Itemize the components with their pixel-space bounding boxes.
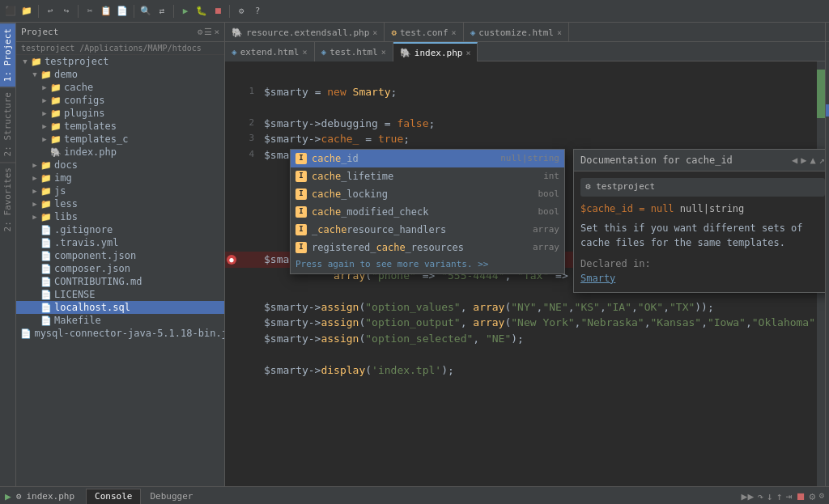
doc-class-link[interactable]: Smarty	[580, 273, 615, 284]
toolbar-help[interactable]: ?	[250, 4, 265, 19]
tree-item-cache[interactable]: ▶ 📁 cache	[16, 81, 224, 94]
panel-layout-icon[interactable]: ☰	[204, 27, 212, 37]
tree-item-mysql-connector[interactable]: ▶ 📄 mysql-connector-java-5.1.18-bin.jar	[16, 327, 224, 340]
panel-gear-icon[interactable]: ⚙	[198, 27, 203, 37]
sidebar-tab-project[interactable]: 1: Project	[0, 23, 15, 87]
tree-item-makefile[interactable]: ▶ 📄 Makefile	[16, 314, 224, 327]
doc-nav-up[interactable]: ▲	[810, 153, 816, 167]
db-item-alter-routine[interactable]: ≡ Alter_routine_priv: en	[826, 262, 829, 274]
debug-tab-debugger[interactable]: Debugger	[141, 489, 202, 504]
tab-testconf-close[interactable]: ×	[452, 28, 457, 37]
toolbar-undo[interactable]: ↩	[43, 4, 57, 19]
tab-extend[interactable]: ◈ extend.html ×	[225, 42, 315, 61]
tree-item-travis[interactable]: ▶ 📄 .travis.yml	[16, 236, 224, 249]
tab-extend-close[interactable]: ×	[302, 48, 307, 57]
tree-item-templates-c[interactable]: ▶ 📁 templates_c	[16, 133, 224, 146]
tab-resource[interactable]: 🐘 resource.extendsall.php ×	[225, 23, 385, 42]
tree-item-license[interactable]: ▶ 📄 LICENSE	[16, 288, 224, 301]
db-item-event-priv[interactable]: ≡ Event_priv: enum('n','	[826, 286, 829, 299]
tab-customize[interactable]: ◈ customize.html ×	[464, 23, 569, 42]
debug-step-out-icon[interactable]: ↑	[776, 490, 783, 502]
debug-stop-icon[interactable]: ⏹	[796, 490, 806, 502]
toolbar-icon-1[interactable]: ⬛	[3, 4, 18, 19]
tab-testhtml-close[interactable]: ×	[381, 48, 386, 57]
tab-index-php[interactable]: 🐘 index.php ×	[393, 42, 478, 61]
db-item-show-view[interactable]: ≡ Show_view_priv: enum(	[826, 238, 829, 250]
debug-tab-console[interactable]: Console	[86, 489, 141, 504]
toolbar-debug[interactable]: 🐛	[194, 4, 209, 19]
db-item-index-priv[interactable]: ≡ Index_priv: enum('n',y	[826, 201, 829, 214]
db-item-host[interactable]: ≡ Host: varchar(60)	[826, 68, 829, 80]
tree-item-contributing[interactable]: ▶ 📄 CONTRIBUTING.md	[16, 275, 224, 288]
tree-item-localhost-sql[interactable]: ▶ 📄 localhost.sql	[16, 301, 224, 314]
debug-settings-icon[interactable]: ⚙	[810, 490, 816, 502]
db-item-delete-priv[interactable]: ≡ Delete_priv: enum('n','	[826, 141, 829, 153]
panel-close-icon[interactable]: ×	[214, 27, 219, 37]
tree-item-templates[interactable]: ▶ 📁 templates	[16, 120, 224, 133]
toolbar-replace[interactable]: ⇄	[155, 4, 169, 19]
db-item-create-routine[interactable]: ≡ Create_routine_priv: e	[826, 250, 829, 262]
toolbar-search[interactable]: 🔍	[138, 4, 153, 19]
db-item-create-tmp[interactable]: ≡ Create_tmp_table_priv:	[826, 226, 829, 238]
db-item-create-priv[interactable]: ≡ Create_priv: enum('n','	[826, 153, 829, 165]
db-item-drop-priv[interactable]: ≡ Drop_priv: enum('n','y	[826, 165, 829, 177]
scrollbar-thumb[interactable]	[817, 70, 825, 118]
toolbar-copy[interactable]: 📋	[99, 4, 113, 19]
debug-resume-icon[interactable]: ▶▶	[742, 490, 755, 502]
debug-settings2-icon[interactable]: ⚙	[818, 490, 824, 502]
db-item-insert-priv[interactable]: ≡ Insert_priv: enum('n','	[826, 116, 829, 129]
debug-play-icon[interactable]: ▶	[5, 490, 11, 502]
db-item-user[interactable]: ≡ User: varchar(16)	[826, 92, 829, 104]
toolbar-settings[interactable]: ⚙	[234, 4, 249, 19]
toolbar-redo[interactable]: ↪	[59, 4, 74, 19]
tree-item-component-json[interactable]: ▶ 📄 component.json	[16, 249, 224, 262]
db-item-update-priv[interactable]: ≡ Update_priv: enum('n','	[826, 129, 829, 141]
tree-item-demo-index[interactable]: ▶ 🐘 index.php	[16, 146, 224, 159]
tab-index-close[interactable]: ×	[466, 49, 470, 57]
db-item-alter-priv[interactable]: ≡ Alter_priv: enum('n','y	[826, 214, 829, 226]
db-item-root[interactable]: ▼ db table	[826, 44, 829, 56]
toolbar-icon-2[interactable]: 📁	[19, 4, 34, 19]
doc-nav-fwd[interactable]: ▶	[801, 153, 806, 167]
ac-more[interactable]: Press again to see more variants. >>	[291, 256, 564, 273]
tree-item-docs[interactable]: ▶ 📁 docs	[16, 159, 224, 172]
debug-step-into-icon[interactable]: ↓	[767, 490, 773, 502]
sidebar-tab-structure[interactable]: 2: Structure	[0, 87, 15, 161]
autocomplete-popup[interactable]: I cache_id null|string I cache_lifetime …	[290, 149, 565, 274]
toolbar-run[interactable]: ▶	[178, 4, 193, 19]
db-item-event-table[interactable]: ▶ event: table	[826, 323, 829, 335]
tree-item-configs[interactable]: ▶ 📁 configs	[16, 94, 224, 107]
ac-item-cacheresource[interactable]: I _cacheresource_handlers array	[291, 221, 564, 239]
doc-nav-back[interactable]: ◀	[792, 153, 797, 167]
tree-root[interactable]: ▼ 📁 testproject	[16, 55, 224, 68]
sidebar-tab-favorites[interactable]: 2: Favorites	[0, 162, 15, 236]
file-tree[interactable]: ▼ 📁 testproject ▼ 📁 demo ▶ 📁 cache	[16, 55, 224, 486]
tree-item-gitignore[interactable]: ▶ 📄 .gitignore	[16, 223, 224, 236]
doc-external-icon[interactable]: ↗	[819, 153, 825, 167]
db-item-execute-priv[interactable]: ≡ Execute_priv: enum('n'	[826, 274, 829, 286]
db-item-references-priv[interactable]: ≡ References_priv: enu	[826, 189, 829, 201]
tab-customize-close[interactable]: ×	[557, 28, 562, 37]
ac-item-cache-locking[interactable]: I cache_locking bool	[291, 185, 564, 203]
tab-testhtml[interactable]: ◈ test.html ×	[315, 42, 393, 61]
tree-item-js[interactable]: ▶ 📁 js	[16, 184, 224, 197]
tree-item-plugins[interactable]: ▶ 📁 plugins	[16, 107, 224, 120]
db-item-grant-priv[interactable]: ≡ Grant_priv: enum('n','	[826, 177, 829, 189]
debug-run-cursor-icon[interactable]: ⇥	[786, 490, 793, 502]
tab-testconf[interactable]: ⚙ test.conf ×	[385, 23, 463, 42]
editor-content[interactable]: 1 $smarty = new Smarty; 2 $smarty->debug…	[225, 61, 825, 486]
ac-item-cache-lifetime[interactable]: I cache_lifetime int	[291, 167, 564, 185]
db-item-columns-priv[interactable]: ▼ columns_priv: table	[826, 56, 829, 68]
debug-step-over-icon[interactable]: ↷	[757, 490, 763, 502]
tree-item-img[interactable]: ▶ 📁 img	[16, 172, 224, 184]
toolbar-cut[interactable]: ✂	[83, 4, 97, 19]
toolbar-stop[interactable]: ⏹	[210, 4, 225, 19]
tab-resource-close[interactable]: ×	[372, 28, 377, 37]
database-tree[interactable]: ▼ db table ▼ columns_priv: table ≡ Host:…	[826, 42, 829, 486]
tree-item-composer-json[interactable]: ▶ 📄 composer.json	[16, 262, 224, 275]
ac-item-registered[interactable]: I registered_cache_resources array	[291, 239, 564, 256]
db-item-db[interactable]: ≡ Db: varchar(64)	[826, 80, 829, 92]
tree-item-demo[interactable]: ▼ 📁 demo	[16, 68, 224, 81]
ac-item-cache-id[interactable]: I cache_id null|string	[291, 150, 564, 167]
db-item-select-priv[interactable]: ≡ Select_priv: enum('n','	[826, 104, 829, 116]
